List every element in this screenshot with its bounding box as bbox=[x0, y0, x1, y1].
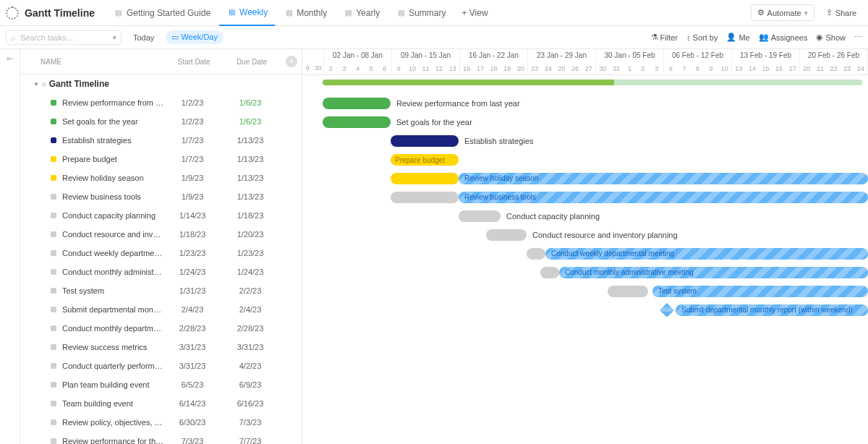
task-row[interactable]: Conduct monthly departmental m...2/28/23… bbox=[20, 319, 302, 338]
today-button[interactable]: Today bbox=[127, 31, 160, 44]
show-button[interactable]: ◉Show bbox=[816, 33, 846, 42]
gantt-bar[interactable]: Set goals for the year bbox=[323, 116, 391, 128]
gantt-row: Conduct resource and inventory planning bbox=[302, 226, 868, 244]
task-due: 7/3/23 bbox=[221, 418, 279, 427]
gantt-extension-bar[interactable]: Review business tools bbox=[459, 192, 868, 203]
gantt-bar[interactable] bbox=[540, 267, 559, 278]
task-name: Plan team building event bbox=[62, 380, 163, 389]
gantt-extension-bar[interactable]: Conduct weekly departmental meeting bbox=[545, 248, 868, 260]
task-row[interactable]: Review performance from last year1/2/231… bbox=[20, 93, 302, 112]
gantt-bar[interactable] bbox=[527, 248, 545, 260]
status-dot bbox=[51, 100, 56, 106]
gantt-extension-bar[interactable]: Conduct monthly administrative meeting bbox=[559, 267, 868, 278]
tab--view[interactable]: + View bbox=[454, 0, 495, 26]
task-row[interactable]: Test system1/31/232/2/23 bbox=[20, 281, 302, 300]
more-button[interactable]: ⋯ bbox=[854, 33, 862, 42]
assignees-button[interactable]: 👥Assignees bbox=[759, 33, 808, 42]
task-due: 1/18/23 bbox=[221, 211, 279, 220]
milestone-diamond[interactable] bbox=[660, 303, 674, 317]
app-logo-icon bbox=[6, 7, 19, 20]
task-row[interactable]: Plan team building event6/5/236/9/23 bbox=[20, 375, 302, 394]
task-name: Test system bbox=[62, 286, 163, 295]
search-input[interactable]: ⌕ Search tasks... ▾ bbox=[6, 30, 122, 45]
week-column: 06 Feb - 12 Feb678910 bbox=[664, 49, 732, 74]
col-due[interactable]: Due Date bbox=[223, 58, 281, 66]
gantt-panel: 93002 Jan - 08 Jan2345609 Jan - 15 Jan91… bbox=[302, 49, 868, 444]
gantt-bar[interactable]: Conduct resource and inventory planning bbox=[486, 229, 527, 241]
gantt-extension-bar[interactable]: Submit departmental monthly report (with… bbox=[676, 304, 868, 316]
col-name[interactable]: NAME bbox=[20, 58, 165, 66]
week-column: 02 Jan - 08 Jan23456 bbox=[324, 49, 392, 74]
status-dot bbox=[51, 194, 56, 200]
task-list-panel: NAME Start Date Due Date + ▼≡Gantt Timel… bbox=[20, 49, 302, 444]
task-name: Review success metrics bbox=[62, 343, 163, 351]
more-icon: ⋯ bbox=[854, 33, 862, 42]
view-icon: ▤ bbox=[226, 7, 237, 17]
gantt-bar[interactable]: Review performance from last year bbox=[323, 98, 391, 109]
collapse-sidebar-button[interactable]: ⇤ bbox=[0, 49, 20, 444]
gantt-bar[interactable] bbox=[391, 192, 459, 203]
sortby-button[interactable]: ↕Sort by bbox=[686, 33, 718, 42]
status-dot bbox=[51, 325, 56, 331]
task-due: 1/6/23 bbox=[221, 117, 279, 126]
group-row[interactable]: ▼≡Gantt Timeline bbox=[20, 74, 302, 93]
status-dot bbox=[51, 213, 56, 218]
task-row[interactable]: Prepare budget1/7/231/13/23 bbox=[20, 150, 302, 168]
gantt-bar[interactable]: Conduct capacity planning bbox=[459, 210, 501, 222]
tab-summary[interactable]: ▤Summary bbox=[388, 0, 453, 26]
task-row[interactable]: Conduct capacity planning1/14/231/18/23 bbox=[20, 206, 302, 225]
gantt-row bbox=[302, 320, 868, 338]
gantt-bar[interactable] bbox=[608, 286, 648, 297]
task-row[interactable]: Conduct weekly departmental me...1/23/23… bbox=[20, 244, 302, 262]
task-due: 1/6/23 bbox=[221, 98, 279, 107]
task-start: 1/23/23 bbox=[163, 249, 221, 257]
filter-button[interactable]: ⚗Filter bbox=[651, 33, 678, 42]
status-dot bbox=[51, 250, 56, 256]
gantt-row: Conduct weekly departmental meeting bbox=[302, 244, 868, 263]
task-start: 1/2/23 bbox=[163, 98, 221, 107]
gantt-bar[interactable]: Prepare budget bbox=[391, 154, 459, 166]
weekday-toggle[interactable]: ▭ Week/Day bbox=[166, 30, 224, 44]
task-row[interactable]: Review business tools1/9/231/13/23 bbox=[20, 187, 302, 206]
task-row[interactable]: Review holiday season1/9/231/13/23 bbox=[20, 168, 302, 187]
task-due: 7/7/23 bbox=[221, 437, 279, 444]
tab-monthly[interactable]: ▤Monthly bbox=[276, 0, 334, 26]
me-button[interactable]: 👤Me bbox=[726, 33, 749, 42]
task-row[interactable]: Team building event6/14/236/16/23 bbox=[20, 394, 302, 413]
gantt-extension-bar[interactable]: Test system bbox=[652, 286, 868, 297]
tab-yearly[interactable]: ▤Yearly bbox=[336, 0, 387, 26]
task-row[interactable]: Conduct resource and inventory pl...1/18… bbox=[20, 225, 302, 244]
task-row[interactable]: Establish strategies1/7/231/13/23 bbox=[20, 131, 302, 150]
gantt-bar[interactable]: Establish strategies bbox=[391, 135, 459, 147]
chevron-down-icon: ▾ bbox=[113, 34, 116, 41]
task-row[interactable]: Set goals for the year1/2/231/6/23 bbox=[20, 112, 302, 131]
task-row[interactable]: Submit departmental monthly re...2/4/232… bbox=[20, 300, 302, 319]
status-dot bbox=[51, 438, 56, 444]
task-start: 1/7/23 bbox=[163, 155, 221, 163]
gantt-bar[interactable] bbox=[391, 173, 459, 184]
caret-down-icon: ▼ bbox=[33, 81, 39, 87]
gantt-row: Establish strategies bbox=[302, 132, 868, 150]
gantt-row: Review performance from last year bbox=[302, 94, 868, 113]
tab-weekly[interactable]: ▤Weekly bbox=[219, 0, 275, 26]
task-row[interactable]: Review success metrics3/31/233/31/23 bbox=[20, 338, 302, 357]
share-button[interactable]: ⇪ Share bbox=[820, 5, 862, 20]
task-row[interactable]: Conduct monthly administrative m...1/24/… bbox=[20, 262, 302, 281]
col-start[interactable]: Start Date bbox=[165, 58, 223, 66]
task-name: Prepare budget bbox=[62, 155, 163, 163]
add-column-button[interactable]: + bbox=[286, 56, 297, 67]
task-row[interactable]: Review performance for the last 6 ...7/3… bbox=[20, 432, 302, 444]
gantt-extension-bar[interactable]: Review holiday season bbox=[459, 173, 868, 184]
task-name: Review performance from last year bbox=[62, 98, 163, 107]
status-dot bbox=[51, 156, 56, 162]
task-row[interactable]: Review policy, objectives, and busi...6/… bbox=[20, 413, 302, 432]
search-icon: ⌕ bbox=[11, 33, 16, 42]
task-row[interactable]: Conduct quarterly performance m...3/31/2… bbox=[20, 357, 302, 375]
automate-button[interactable]: ⚙ Automate ▾ bbox=[751, 4, 814, 21]
eye-icon: ◉ bbox=[816, 33, 823, 42]
bar-label: Conduct capacity planning bbox=[506, 210, 600, 222]
task-start: 7/3/23 bbox=[163, 437, 221, 444]
tab-getting-started-guide[interactable]: ▤Getting Started Guide bbox=[106, 0, 218, 26]
task-name: Review business tools bbox=[62, 192, 163, 201]
task-due: 1/23/23 bbox=[221, 249, 279, 257]
